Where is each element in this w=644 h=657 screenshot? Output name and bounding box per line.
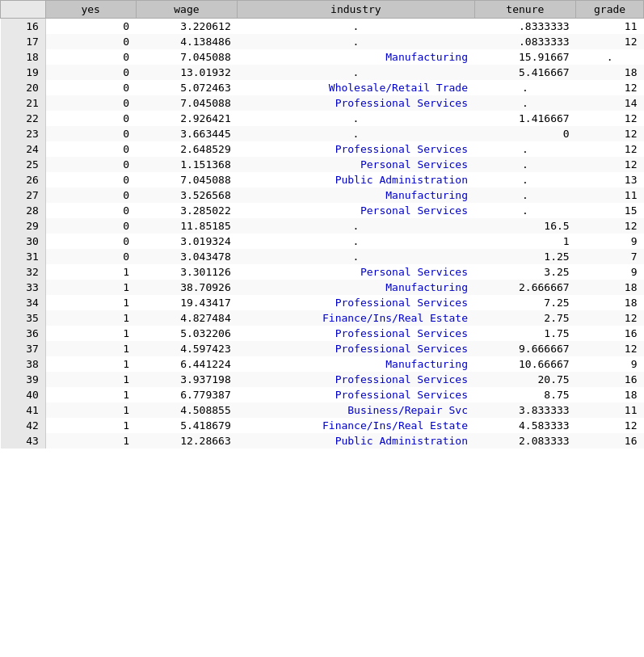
- cell-industry: Professional Services: [238, 95, 474, 111]
- cell-yes: 1: [45, 295, 136, 310]
- cell-industry: Manufacturing: [238, 280, 474, 295]
- cell-yes: 1: [45, 418, 136, 433]
- table-row: 19013.01932.5.41666718: [1, 65, 644, 80]
- cell-industry: Professional Services: [238, 372, 474, 387]
- cell-industry: Personal Services: [238, 203, 474, 218]
- cell-grade: 16: [576, 433, 644, 449]
- cell-yes: 1: [45, 433, 136, 449]
- cell-index: 41: [1, 402, 46, 418]
- cell-industry: .: [238, 218, 474, 234]
- cell-index: 26: [1, 172, 46, 187]
- cell-yes: 0: [45, 187, 136, 203]
- cell-industry: .: [238, 65, 474, 80]
- cell-grade: 14: [576, 95, 644, 111]
- cell-wage: 3.019324: [136, 234, 238, 249]
- cell-yes: 0: [45, 157, 136, 172]
- cell-yes: 0: [45, 172, 136, 187]
- cell-tenure: .: [474, 157, 576, 172]
- cell-grade: 16: [576, 326, 644, 341]
- cell-yes: 1: [45, 387, 136, 402]
- cell-yes: 0: [45, 49, 136, 65]
- cell-index: 37: [1, 341, 46, 356]
- cell-yes: 1: [45, 280, 136, 295]
- cell-grade: 12: [576, 218, 644, 234]
- cell-yes: 0: [45, 203, 136, 218]
- cell-wage: 2.926421: [136, 111, 238, 126]
- cell-tenure: 3.833333: [474, 402, 576, 418]
- col-header-wage: wage: [136, 1, 238, 19]
- cell-wage: 7.045088: [136, 49, 238, 65]
- cell-wage: 3.526568: [136, 187, 238, 203]
- cell-tenure: 15.91667: [474, 49, 576, 65]
- table-row: 2402.648529Professional Services.12: [1, 141, 644, 157]
- cell-tenure: 9.666667: [474, 341, 576, 356]
- cell-industry: Professional Services: [238, 326, 474, 341]
- cell-yes: 1: [45, 264, 136, 280]
- cell-grade: 12: [576, 157, 644, 172]
- cell-industry: Manufacturing: [238, 187, 474, 203]
- cell-wage: 13.01932: [136, 65, 238, 80]
- cell-yes: 1: [45, 341, 136, 356]
- cell-grade: 16: [576, 372, 644, 387]
- cell-grade: 11: [576, 187, 644, 203]
- cell-index: 21: [1, 95, 46, 111]
- cell-index: 20: [1, 80, 46, 95]
- table-row: 2303.663445.012: [1, 126, 644, 141]
- cell-yes: 0: [45, 249, 136, 264]
- cell-industry: Personal Services: [238, 264, 474, 280]
- cell-tenure: 16.5: [474, 218, 576, 234]
- table-row: 3103.043478.1.257: [1, 249, 644, 264]
- cell-index: 17: [1, 34, 46, 49]
- cell-tenure: 2.083333: [474, 433, 576, 449]
- cell-wage: 19.43417: [136, 295, 238, 310]
- cell-wage: 3.663445: [136, 126, 238, 141]
- cell-industry: Professional Services: [238, 141, 474, 157]
- cell-tenure: 7.25: [474, 295, 576, 310]
- cell-yes: 0: [45, 126, 136, 141]
- cell-wage: 5.032206: [136, 326, 238, 341]
- cell-wage: 4.508855: [136, 402, 238, 418]
- cell-tenure: 0: [474, 126, 576, 141]
- cell-yes: 0: [45, 19, 136, 35]
- table-row: 2501.151368Personal Services.12: [1, 157, 644, 172]
- col-header-yes: yes: [45, 1, 136, 19]
- data-table: yes wage industry tenure grade 1603.2206…: [0, 0, 644, 449]
- cell-industry: .: [238, 126, 474, 141]
- cell-industry: Professional Services: [238, 295, 474, 310]
- cell-index: 34: [1, 295, 46, 310]
- cell-yes: 0: [45, 65, 136, 80]
- cell-tenure: .: [474, 95, 576, 111]
- table-row: 43112.28663Public Administration2.083333…: [1, 433, 644, 449]
- cell-index: 38: [1, 356, 46, 372]
- table-row: 1807.045088Manufacturing15.91667.: [1, 49, 644, 65]
- cell-tenure: 1.75: [474, 326, 576, 341]
- cell-yes: 0: [45, 95, 136, 111]
- cell-tenure: .: [474, 172, 576, 187]
- cell-industry: .: [238, 249, 474, 264]
- cell-industry: Personal Services: [238, 157, 474, 172]
- cell-industry: Public Administration: [238, 172, 474, 187]
- cell-index: 23: [1, 126, 46, 141]
- cell-index: 30: [1, 234, 46, 249]
- cell-industry: .: [238, 234, 474, 249]
- cell-tenure: 8.75: [474, 387, 576, 402]
- cell-grade: 12: [576, 126, 644, 141]
- cell-grade: 9: [576, 356, 644, 372]
- cell-grade: 12: [576, 310, 644, 326]
- cell-index: 39: [1, 372, 46, 387]
- cell-index: 29: [1, 218, 46, 234]
- cell-index: 16: [1, 19, 46, 35]
- cell-wage: 3.285022: [136, 203, 238, 218]
- cell-tenure: 2.666667: [474, 280, 576, 295]
- cell-grade: 11: [576, 19, 644, 35]
- cell-wage: 38.70926: [136, 280, 238, 295]
- cell-yes: 1: [45, 326, 136, 341]
- cell-grade: 7: [576, 249, 644, 264]
- cell-index: 33: [1, 280, 46, 295]
- cell-grade: 15: [576, 203, 644, 218]
- cell-index: 32: [1, 264, 46, 280]
- cell-wage: 6.779387: [136, 387, 238, 402]
- cell-tenure: 20.75: [474, 372, 576, 387]
- cell-grade: 18: [576, 280, 644, 295]
- cell-yes: 1: [45, 310, 136, 326]
